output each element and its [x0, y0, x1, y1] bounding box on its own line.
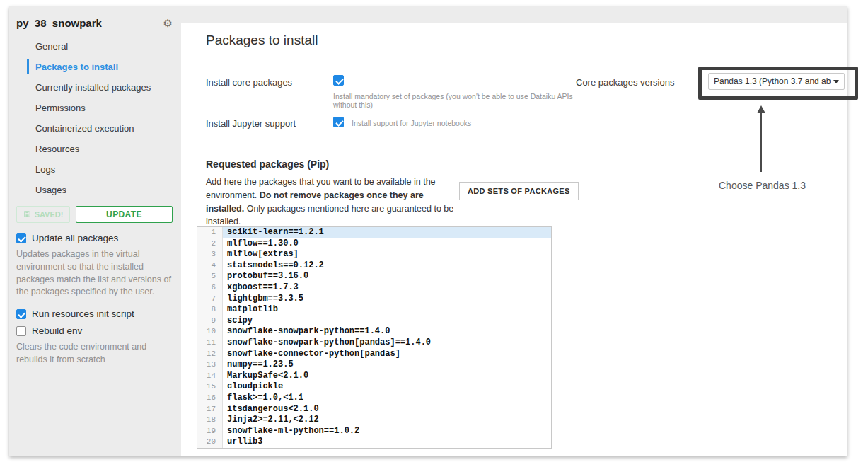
page-title: Packages to install — [206, 33, 318, 47]
editor-row[interactable]: 5protobuf==3.16.0 — [197, 271, 551, 282]
editor-row[interactable]: 6xgboost==1.7.3 — [197, 282, 551, 294]
editor-row[interactable]: 16flask>=1.0,<1.1 — [197, 393, 551, 404]
line-number: 18 — [197, 415, 223, 426]
line-number: 5 — [197, 271, 223, 282]
code-line[interactable]: snowflake-snowpark-python==1.4.0 — [223, 326, 551, 338]
settings-section: Install core packages Install mandatory … — [181, 57, 847, 144]
line-number: 17 — [197, 404, 223, 415]
editor-row[interactable]: 14MarkupSafe<2.1.0 — [197, 371, 551, 382]
option-description: Clears the code environment and rebuilds… — [16, 341, 174, 367]
option-description: Updates packages in the virtual environm… — [16, 248, 174, 299]
option-label: Update all packages — [32, 233, 118, 243]
core-packages-versions-value: Pandas 1.3 (Python 3.7 and above — [714, 76, 831, 86]
line-number: 9 — [197, 316, 223, 327]
install-core-packages-helper: Install mandatory set of packages (you w… — [333, 92, 577, 109]
sidebar-item-packages-to-install[interactable]: Packages to install — [9, 57, 181, 77]
editor-row[interactable]: 8matplotlib — [197, 304, 551, 316]
code-line[interactable]: xgboost==1.7.3 — [223, 282, 551, 294]
line-number: 4 — [197, 260, 223, 272]
sidebar-actions: SAVED! UPDATE — [16, 206, 173, 223]
app-card: py_38_snowpark ⚙ GeneralPackages to inst… — [9, 6, 847, 456]
sidebar-item-containerized-execution[interactable]: Containerized execution — [9, 118, 181, 139]
code-line[interactable]: cloudpickle — [223, 381, 551, 393]
line-number: 19 — [197, 426, 223, 437]
code-line[interactable]: urllib3 — [223, 437, 551, 448]
requested-packages-description: Add here the packages that you want to b… — [206, 175, 459, 229]
line-number: 2 — [197, 238, 223, 250]
saved-button-label: SAVED! — [35, 210, 64, 219]
update-all-packages-checkbox[interactable] — [16, 233, 26, 243]
editor-row[interactable]: 20urllib3 — [197, 437, 551, 448]
code-line[interactable]: matplotlib — [223, 304, 551, 316]
rebuild-env-checkbox[interactable] — [16, 326, 26, 336]
gear-icon[interactable]: ⚙ — [163, 18, 173, 28]
editor-row[interactable]: 17itsdangerous<2.1.0 — [197, 404, 551, 415]
code-line[interactable]: snowflake-snowpark-python[pandas]==1.4.0 — [223, 338, 551, 349]
editor-row[interactable]: 12snowflake-connector-python[pandas] — [197, 349, 551, 360]
line-number: 12 — [197, 349, 223, 360]
code-line[interactable]: numpy==1.23.5 — [223, 359, 551, 371]
install-jupyter-support-checkbox[interactable] — [333, 117, 344, 127]
annotation-caption: Choose Pandas 1.3 — [704, 180, 821, 191]
code-line[interactable]: Jinja2>=2.11,<2.12 — [223, 415, 551, 426]
code-line[interactable]: flask>=1.0,<1.1 — [223, 393, 551, 404]
editor-row[interactable]: 18Jinja2>=2.11,<2.12 — [197, 415, 551, 426]
chevron-down-icon — [833, 80, 839, 83]
saved-button: SAVED! — [16, 206, 70, 223]
run-resources-init-script-checkbox[interactable] — [16, 309, 26, 319]
option-rebuild-env[interactable]: Rebuild env — [16, 325, 174, 336]
code-line[interactable]: snowflake-ml-python==1.0.2 — [223, 426, 551, 437]
line-number: 1 — [197, 227, 223, 238]
code-line[interactable]: itsdangerous<2.1.0 — [223, 404, 551, 415]
code-line[interactable]: mlflow==1.30.0 — [223, 238, 551, 250]
update-button[interactable]: UPDATE — [76, 206, 173, 223]
line-number: 3 — [197, 249, 223, 260]
option-run-resources-init-script[interactable]: Run resources init script — [16, 309, 174, 319]
install-core-packages-label: Install core packages — [206, 77, 292, 88]
core-packages-versions-select[interactable]: Pandas 1.3 (Python 3.7 and above — [708, 73, 845, 90]
option-update-all-packages[interactable]: Update all packages — [16, 233, 174, 243]
sidebar-item-permissions[interactable]: Permissions — [9, 98, 181, 118]
code-line[interactable]: snowflake-connector-python[pandas] — [223, 349, 551, 360]
code-line[interactable]: MarkupSafe<2.1.0 — [223, 371, 551, 382]
code-line[interactable]: scikit-learn==1.2.1 — [223, 227, 551, 238]
add-sets-of-packages-button[interactable]: ADD SETS OF PACKAGES — [459, 182, 579, 200]
update-button-label: UPDATE — [106, 209, 142, 219]
install-jupyter-support-helper: Install support for Jupyter notebooks — [352, 119, 471, 127]
sidebar-item-currently-installed-packages[interactable]: Currently installed packages — [9, 77, 181, 98]
sidebar-item-general[interactable]: General — [9, 36, 181, 57]
line-number: 20 — [197, 437, 223, 448]
requirements-editor[interactable]: 1scikit-learn==1.2.12mlflow==1.30.03mlfl… — [197, 226, 552, 449]
line-number: 15 — [197, 381, 223, 393]
option-label: Run resources init script — [32, 309, 134, 319]
editor-row[interactable]: 10snowflake-snowpark-python==1.4.0 — [197, 326, 551, 338]
editor-row[interactable]: 9scipy — [197, 316, 551, 327]
code-line[interactable]: protobuf==3.16.0 — [223, 271, 551, 282]
main-panel: Packages to install Install core package… — [181, 23, 847, 456]
code-line[interactable]: mlflow[extras] — [223, 249, 551, 260]
sidebar-item-resources[interactable]: Resources — [9, 139, 181, 159]
option-label: Rebuild env — [32, 325, 82, 336]
install-core-packages-checkbox[interactable] — [333, 75, 344, 86]
code-line[interactable]: lightgbm==3.3.5 — [223, 294, 551, 305]
line-number: 14 — [197, 371, 223, 382]
editor-row[interactable]: 15cloudpickle — [197, 381, 551, 393]
editor-row[interactable]: 13numpy==1.23.5 — [197, 359, 551, 371]
editor-row[interactable]: 2mlflow==1.30.0 — [197, 238, 551, 250]
editor-row[interactable]: 1scikit-learn==1.2.1 — [197, 227, 551, 238]
editor-row[interactable]: 19snowflake-ml-python==1.0.2 — [197, 426, 551, 437]
env-name: py_38_snowpark — [16, 17, 102, 29]
code-line[interactable]: statsmodels==0.12.2 — [223, 260, 551, 272]
editor-row[interactable]: 7lightgbm==3.3.5 — [197, 294, 551, 305]
editor-row[interactable]: 3mlflow[extras] — [197, 249, 551, 260]
requested-packages-heading: Requested packages (Pip) — [206, 158, 847, 170]
sidebar-item-usages[interactable]: Usages — [9, 180, 181, 200]
line-number: 13 — [197, 359, 223, 371]
code-line[interactable]: scipy — [223, 316, 551, 327]
editor-row[interactable]: 4statsmodels==0.12.2 — [197, 260, 551, 272]
save-icon — [23, 210, 31, 219]
editor-row[interactable]: 11snowflake-snowpark-python[pandas]==1.4… — [197, 338, 551, 349]
line-number: 11 — [197, 338, 223, 349]
sidebar-nav: GeneralPackages to installCurrently inst… — [9, 36, 181, 200]
sidebar-item-logs[interactable]: Logs — [9, 159, 181, 180]
